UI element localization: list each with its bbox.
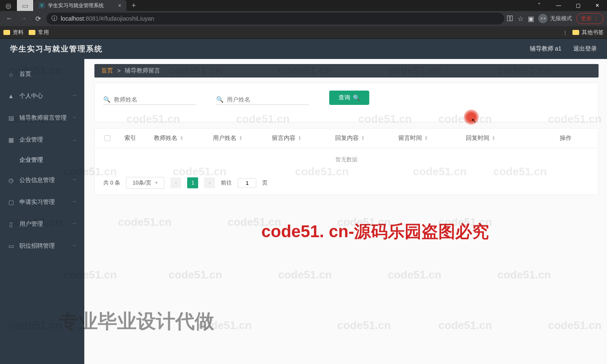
reload-button[interactable]: ⟳: [32, 13, 44, 24]
bookmark-star-icon[interactable]: ☆: [518, 15, 524, 23]
breadcrumb: 首页 > 辅导教师留言: [94, 64, 599, 78]
sidebar-item-personal[interactable]: ▲个人中心﹀: [0, 85, 84, 107]
chevron-down-icon: ﹀: [73, 93, 77, 99]
password-key-icon[interactable]: ⚿: [507, 15, 513, 22]
other-bookmarks[interactable]: | 其他书签: [564, 29, 604, 36]
extensions-icon[interactable]: ▣: [528, 15, 534, 23]
th-user[interactable]: 用户姓名▲▼: [213, 134, 272, 142]
bookmark-folder-2[interactable]: 常用: [29, 29, 49, 36]
breadcrumb-home[interactable]: 首页: [101, 67, 113, 75]
tab-title: 学生实习与就业管理系统: [48, 2, 104, 9]
breadcrumb-sep: >: [117, 67, 121, 74]
watermark-red: code51. cn-源码乐园盗图必究: [261, 220, 489, 243]
chevron-down-icon: ▼: [155, 181, 158, 185]
th-index[interactable]: 索引: [120, 134, 154, 142]
close-tab-icon[interactable]: ×: [118, 2, 121, 9]
folder-icon: [572, 30, 579, 35]
user-name-field[interactable]: 🔍: [216, 94, 309, 105]
sort-icon[interactable]: ▲▼: [298, 136, 301, 141]
window-close-icon[interactable]: ✕: [588, 0, 607, 11]
chevron-down-icon: ﹀: [73, 177, 77, 183]
window-minimize-icon[interactable]: —: [549, 0, 568, 11]
current-user[interactable]: 辅导教师 a1: [530, 45, 561, 53]
sidebar-item-jobs[interactable]: ▭职位招聘管理﹀: [0, 235, 84, 257]
sort-icon[interactable]: ▲▼: [424, 136, 428, 141]
folder-icon: [3, 30, 10, 35]
logout-link[interactable]: 退出登录: [573, 45, 597, 53]
chevron-down-icon: ﹀: [73, 243, 77, 249]
data-table: 索引 教师姓名▲▼ 用户姓名▲▼ 留言内容▲▼ 回复内容▲▼ 留言时间▲▼ 回复…: [94, 128, 599, 195]
sort-icon[interactable]: ▲▼: [361, 136, 365, 141]
pager-goto-suffix: 页: [262, 179, 268, 187]
sidebar-item-enterprise[interactable]: ▦企业管理︿: [0, 129, 84, 151]
update-button[interactable]: 更新 ⋮: [576, 13, 604, 24]
sort-icon[interactable]: ▲▼: [492, 136, 495, 141]
pager-page-1[interactable]: 1: [187, 177, 198, 188]
th-ops: 操作: [550, 134, 598, 142]
sidebar-item-home[interactable]: ⌂首页: [0, 63, 84, 85]
app-title: 学生实习与就业管理系统: [10, 44, 103, 54]
main-content: 首页 > 辅导教师留言 🔍 🔍 查询 🔍: [84, 59, 607, 364]
url-path: /#/fudaojiaoshiLiuyan: [99, 15, 154, 22]
window-dropdown-icon[interactable]: ˅: [529, 0, 549, 11]
sort-icon[interactable]: ▲▼: [180, 136, 183, 141]
address-bar[interactable]: ⓘ localhost:8081/#/fudaojiaoshiLiuyan: [46, 13, 504, 24]
vue-icon: V: [39, 3, 45, 8]
th-content[interactable]: 留言内容▲▼: [272, 134, 335, 142]
th-reply[interactable]: 回复内容▲▼: [335, 134, 398, 142]
phone-icon: ▯: [8, 221, 14, 228]
user-icon: ▲: [8, 93, 14, 99]
pager-goto-input[interactable]: [238, 178, 256, 188]
sidebar-item-message-mgmt[interactable]: ▤辅导教师留言管理﹀: [0, 107, 84, 129]
chevron-down-icon: ﹀: [73, 199, 77, 205]
th-checkbox[interactable]: [95, 134, 120, 142]
incognito-icon: 👓: [538, 14, 548, 23]
th-teacher[interactable]: 教师姓名▲▼: [154, 134, 213, 142]
forward-button[interactable]: →: [18, 13, 30, 24]
search-icon: 🔍: [216, 96, 223, 103]
more-menu-icon[interactable]: ⋮: [594, 16, 599, 22]
sort-icon[interactable]: ▲▼: [239, 136, 242, 141]
incognito-badge: 👓 无痕模式: [538, 14, 572, 23]
pager-total: 共 0 条: [103, 179, 120, 187]
chevron-down-icon: ﹀: [73, 221, 77, 227]
search-button[interactable]: 查询 🔍: [329, 91, 369, 105]
sidebar: ⌂首页 ▲个人中心﹀ ▤辅导教师留言管理﹀ ▦企业管理︿ 企业管理 ◷公告信息管…: [0, 59, 84, 364]
th-reply-time[interactable]: 回复时间▲▼: [466, 134, 550, 142]
new-tab-button[interactable]: +: [126, 1, 141, 10]
teacher-name-input[interactable]: [114, 96, 196, 103]
notice-icon: ◷: [8, 177, 14, 184]
chevron-down-icon: ﹀: [73, 115, 77, 121]
query-panel: 🔍 🔍 查询 🔍: [94, 83, 599, 122]
window-maximize-icon[interactable]: ▢: [568, 0, 588, 11]
pager-next[interactable]: ›: [204, 177, 215, 188]
app-header: 学生实习与就业管理系统 辅导教师 a1 退出登录: [0, 39, 607, 59]
bookmark-folder-1[interactable]: 资料: [3, 29, 24, 36]
home-icon: ⌂: [8, 71, 14, 78]
sidebar-item-users[interactable]: ▯用户管理﹀: [0, 213, 84, 235]
sidebar-item-notice[interactable]: ◷公告信息管理﹀: [0, 169, 84, 191]
breadcrumb-current: 辅导教师留言: [125, 67, 160, 75]
url-host: localhost: [61, 15, 84, 22]
checkbox-icon[interactable]: [105, 135, 110, 141]
tab-inactive-1[interactable]: ◎: [0, 0, 17, 11]
folder-icon: [29, 30, 35, 35]
th-msg-time[interactable]: 留言时间▲▼: [398, 134, 466, 142]
sidebar-item-apply[interactable]: ▢申请实习管理﹀: [0, 191, 84, 213]
url-port: :8081: [84, 15, 99, 22]
clipboard-icon: ▢: [8, 199, 14, 206]
search-btn-icon: 🔍: [353, 94, 360, 101]
tab-active[interactable]: V 学生实习与就业管理系统 ×: [34, 0, 126, 11]
page-size-select[interactable]: 10条/页▼: [126, 177, 164, 189]
back-button[interactable]: ←: [3, 13, 15, 24]
pagination: 共 0 条 10条/页▼ ‹ 1 › 前往 页: [95, 171, 598, 195]
teacher-name-field[interactable]: 🔍: [103, 94, 196, 105]
message-icon: ▤: [8, 115, 14, 121]
site-info-icon[interactable]: ⓘ: [51, 15, 57, 22]
chevron-up-icon: ︿: [73, 137, 77, 143]
table-empty: 暂无数据: [95, 148, 598, 171]
pager-prev[interactable]: ‹: [170, 177, 181, 188]
tab-inactive-2[interactable]: ▭: [17, 0, 34, 11]
user-name-input[interactable]: [227, 96, 309, 103]
sidebar-subitem-enterprise[interactable]: 企业管理: [0, 151, 84, 169]
